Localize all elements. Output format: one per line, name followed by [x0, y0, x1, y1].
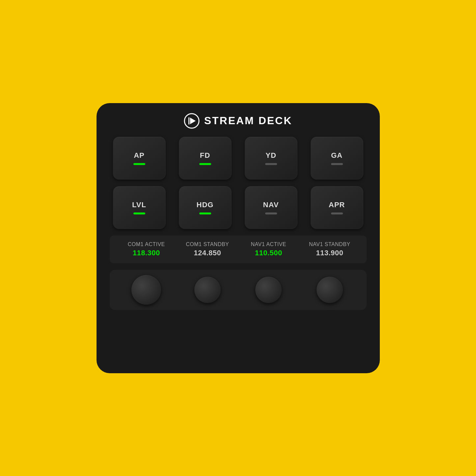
button-apr-label: APR [329, 201, 345, 209]
freq-label-com1-active: COM1 ACTIVE [128, 241, 165, 247]
knob-3-container [240, 277, 298, 303]
stream-deck-logo-icon [184, 113, 200, 129]
button-yd-label: YD [266, 151, 276, 160]
button-ga[interactable]: GA [311, 137, 363, 180]
knob-2-container [179, 277, 237, 303]
button-hdg-label: HDG [197, 201, 214, 209]
button-apr[interactable]: APR [311, 186, 363, 229]
button-lvl-label: LVL [132, 201, 146, 209]
knob-4-container [301, 277, 359, 303]
freq-item-nav1-active: NAV1 ACTIVE 110.500 [240, 241, 298, 257]
knob-4[interactable] [317, 277, 343, 303]
button-ap-label: AP [134, 151, 145, 160]
button-fd-indicator [199, 163, 211, 165]
button-ap[interactable]: AP [113, 137, 166, 180]
button-ap-indicator [133, 163, 145, 165]
knobs-panel [110, 270, 367, 310]
freq-value-nav1-active: 110.500 [255, 249, 282, 257]
button-nav[interactable]: NAV [245, 186, 297, 229]
freq-label-com1-standby: COM1 STANDBY [186, 241, 229, 247]
buttons-row-2: LVL HDG NAV APR [110, 186, 367, 229]
brand-title: STREAM DECK [204, 115, 293, 127]
frequency-display: COM1 ACTIVE 118.300 COM1 STANDBY 124.850… [110, 236, 367, 263]
button-yd[interactable]: YD [245, 137, 297, 180]
button-nav-indicator [265, 212, 277, 214]
knob-3[interactable] [255, 277, 282, 303]
knob-1-container [118, 275, 176, 305]
header: STREAM DECK [184, 113, 293, 129]
svg-rect-2 [188, 117, 189, 125]
freq-label-nav1-active: NAV1 ACTIVE [251, 241, 286, 247]
freq-item-com1-standby: COM1 STANDBY 124.850 [179, 241, 237, 257]
button-lvl[interactable]: LVL [113, 186, 166, 229]
freq-value-com1-standby: 124.850 [194, 249, 221, 257]
freq-item-com1-active: COM1 ACTIVE 118.300 [118, 241, 176, 257]
button-hdg[interactable]: HDG [179, 186, 232, 229]
button-ga-label: GA [331, 151, 343, 160]
stream-deck-device: STREAM DECK AP FD YD GA LVL HDG NAV APR [97, 103, 380, 373]
button-fd-label: FD [200, 151, 210, 160]
freq-value-nav1-standby: 113.900 [316, 249, 343, 257]
knob-2[interactable] [194, 277, 221, 303]
buttons-row-1: AP FD YD GA [110, 137, 367, 180]
button-lvl-indicator [133, 212, 145, 214]
button-hdg-indicator [199, 212, 211, 214]
button-yd-indicator [265, 163, 277, 165]
freq-item-nav1-standby: NAV1 STANDBY 113.900 [301, 241, 359, 257]
button-nav-label: NAV [263, 201, 279, 209]
svg-marker-1 [190, 118, 196, 124]
button-apr-indicator [331, 212, 343, 214]
freq-value-com1-active: 118.300 [133, 249, 160, 257]
button-ga-indicator [331, 163, 343, 165]
button-fd[interactable]: FD [179, 137, 232, 180]
freq-label-nav1-standby: NAV1 STANDBY [309, 241, 350, 247]
knob-1[interactable] [131, 275, 161, 305]
